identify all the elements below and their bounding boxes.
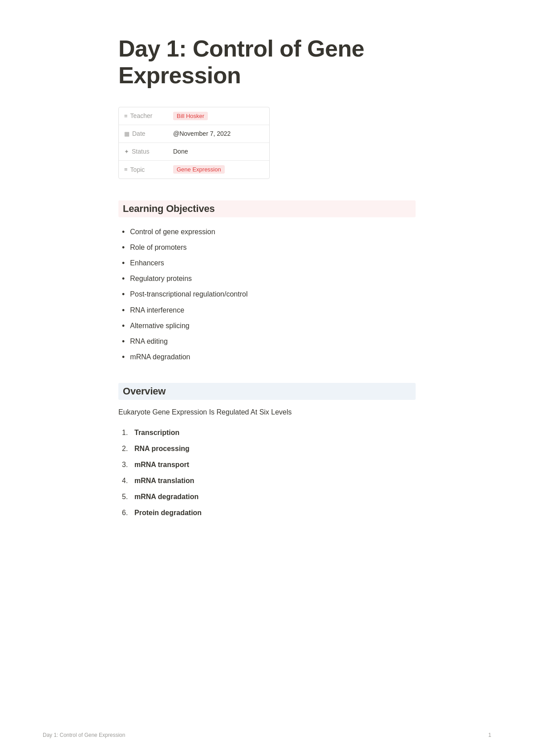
calendar-icon: ▦ [124,130,129,137]
overview-header-bar: Overview [118,383,416,400]
property-label-date: ▦ Date [119,126,168,141]
list-item: 2. RNA processing [122,441,416,457]
property-label-status: ✦ Status [119,144,168,159]
property-row-status: ✦ Status Done [119,143,269,161]
list-item: Control of gene expression [122,224,416,240]
property-value-date: @November 7, 2022 [168,126,269,141]
page-footer: Day 1: Control of Gene Expression 1 [0,732,534,738]
property-value-topic: Gene Expression [168,162,269,177]
list-item: RNA editing [122,334,416,350]
list-item: 4. mRNA translation [122,473,416,489]
list-item: RNA interference [122,303,416,318]
teacher-tag: Bill Hosker [173,112,208,120]
list-item: 3. mRNA transport [122,457,416,473]
status-done-text: Done [173,148,188,155]
property-label-topic: ≡ Topic [119,163,168,177]
list-item: 5. mRNA degradation [122,489,416,505]
list-item: mRNA degradation [122,350,416,365]
list-icon-teacher: ≡ [124,113,128,119]
properties-table: ≡ Teacher Bill Hosker ▦ Date @November 7… [118,107,270,179]
property-row-date: ▦ Date @November 7, 2022 [119,125,269,143]
property-value-teacher: Bill Hosker [168,108,269,124]
overview-intro: Eukaryote Gene Expression Is Regulated A… [118,407,416,418]
status-icon: ✦ [124,148,129,155]
footer-title: Day 1: Control of Gene Expression [43,732,125,738]
list-item: Regulatory proteins [122,271,416,287]
list-item: Role of promoters [122,240,416,256]
overview-title: Overview [123,386,166,397]
learning-objectives-list: Control of gene expression Role of promo… [118,224,416,366]
list-item: 1. Transcription [122,425,416,441]
property-value-status: Done [168,144,269,159]
list-item: 6. Protein degradation [122,505,416,521]
learning-objectives-header-bar: Learning Objectives [118,200,416,217]
overview-list: 1. Transcription 2. RNA processing 3. mR… [118,425,416,521]
list-item: Post-transcriptional regulation/control [122,287,416,302]
property-row-topic: ≡ Topic Gene Expression [119,161,269,179]
list-icon-topic: ≡ [124,166,128,173]
list-item: Enhancers [122,256,416,271]
overview-section: Overview [118,383,416,400]
property-label-teacher: ≡ Teacher [119,109,168,123]
topic-tag: Gene Expression [173,165,225,174]
footer-page-number: 1 [488,732,491,738]
property-row-teacher: ≡ Teacher Bill Hosker [119,107,269,125]
learning-objectives-title: Learning Objectives [123,203,215,214]
learning-objectives-section: Learning Objectives [118,200,416,217]
page-title: Day 1: Control of Gene Expression [118,36,416,89]
list-item: Alternative splicing [122,318,416,334]
